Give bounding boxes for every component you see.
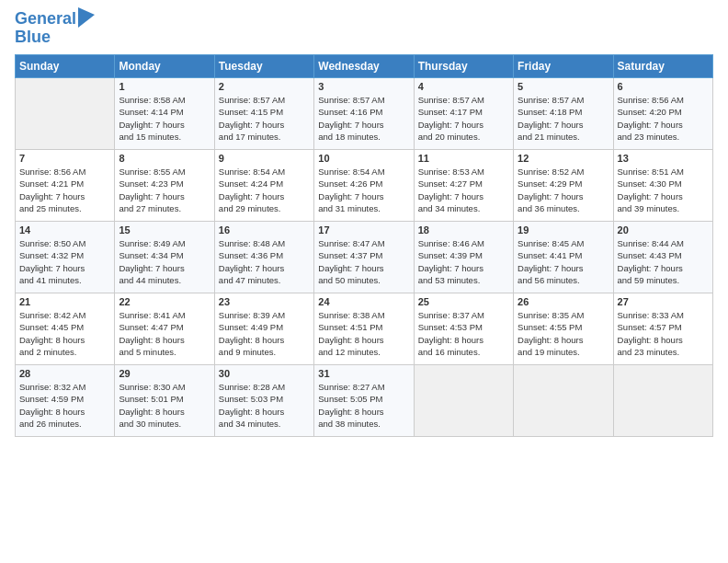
day-info: Sunrise: 8:46 AM Sunset: 4:39 PM Dayligh… <box>418 237 509 286</box>
day-number: 29 <box>119 368 210 379</box>
day-info: Sunrise: 8:44 AM Sunset: 4:43 PM Dayligh… <box>618 237 709 286</box>
day-number: 6 <box>618 81 709 92</box>
day-info: Sunrise: 8:56 AM Sunset: 4:21 PM Dayligh… <box>19 166 110 214</box>
day-info: Sunrise: 8:47 AM Sunset: 4:37 PM Dayligh… <box>318 237 409 286</box>
day-number: 25 <box>418 296 509 307</box>
calendar-cell: 30Sunrise: 8:28 AM Sunset: 5:03 PM Dayli… <box>214 365 313 437</box>
day-number: 14 <box>19 224 110 236</box>
calendar-cell: 19Sunrise: 8:45 AM Sunset: 4:41 PM Dayli… <box>514 222 613 293</box>
weekday-saturday: Saturday <box>613 55 712 78</box>
day-number: 17 <box>318 224 409 236</box>
weekday-friday: Friday <box>514 55 613 78</box>
day-info: Sunrise: 8:48 AM Sunset: 4:36 PM Dayligh… <box>219 237 310 286</box>
calendar-cell: 14Sunrise: 8:50 AM Sunset: 4:32 PM Dayli… <box>16 222 115 293</box>
calendar-cell: 16Sunrise: 8:48 AM Sunset: 4:36 PM Dayli… <box>214 222 313 293</box>
calendar-cell: 5Sunrise: 8:57 AM Sunset: 4:18 PM Daylig… <box>514 78 613 150</box>
week-row-3: 14Sunrise: 8:50 AM Sunset: 4:32 PM Dayli… <box>16 222 713 293</box>
day-info: Sunrise: 8:30 AM Sunset: 5:01 PM Dayligh… <box>119 381 210 430</box>
calendar-cell: 13Sunrise: 8:51 AM Sunset: 4:30 PM Dayli… <box>613 150 712 222</box>
calendar-body: 1Sunrise: 8:58 AM Sunset: 4:14 PM Daylig… <box>16 78 713 437</box>
calendar-cell: 26Sunrise: 8:35 AM Sunset: 4:55 PM Dayli… <box>514 293 613 365</box>
day-info: Sunrise: 8:45 AM Sunset: 4:41 PM Dayligh… <box>518 237 609 286</box>
day-info: Sunrise: 8:57 AM Sunset: 4:18 PM Dayligh… <box>518 94 609 143</box>
calendar-cell: 27Sunrise: 8:33 AM Sunset: 4:57 PM Dayli… <box>613 293 712 365</box>
calendar-cell: 12Sunrise: 8:52 AM Sunset: 4:29 PM Dayli… <box>514 150 613 222</box>
calendar-cell: 31Sunrise: 8:27 AM Sunset: 5:05 PM Dayli… <box>314 365 414 437</box>
calendar-cell: 4Sunrise: 8:57 AM Sunset: 4:17 PM Daylig… <box>414 78 513 150</box>
logo-text: General <box>15 10 76 29</box>
week-row-4: 21Sunrise: 8:42 AM Sunset: 4:45 PM Dayli… <box>16 293 713 365</box>
calendar-cell: 2Sunrise: 8:57 AM Sunset: 4:15 PM Daylig… <box>214 78 313 150</box>
day-number: 16 <box>219 224 310 236</box>
calendar-cell: 21Sunrise: 8:42 AM Sunset: 4:45 PM Dayli… <box>16 293 115 365</box>
day-number: 2 <box>219 81 310 92</box>
calendar-cell: 11Sunrise: 8:53 AM Sunset: 4:27 PM Dayli… <box>414 150 513 222</box>
day-info: Sunrise: 8:57 AM Sunset: 4:17 PM Dayligh… <box>418 94 509 143</box>
day-info: Sunrise: 8:35 AM Sunset: 4:55 PM Dayligh… <box>518 309 609 358</box>
logo-blue: Blue <box>15 28 95 47</box>
weekday-tuesday: Tuesday <box>214 55 313 78</box>
day-info: Sunrise: 8:57 AM Sunset: 4:16 PM Dayligh… <box>318 94 409 143</box>
day-info: Sunrise: 8:54 AM Sunset: 4:24 PM Dayligh… <box>219 166 310 214</box>
calendar-cell: 1Sunrise: 8:58 AM Sunset: 4:14 PM Daylig… <box>115 78 214 150</box>
day-number: 28 <box>19 368 110 379</box>
weekday-sunday: Sunday <box>16 55 115 78</box>
day-number: 22 <box>119 296 210 307</box>
calendar-cell: 29Sunrise: 8:30 AM Sunset: 5:01 PM Dayli… <box>115 365 214 437</box>
calendar-cell: 8Sunrise: 8:55 AM Sunset: 4:23 PM Daylig… <box>115 150 214 222</box>
calendar-cell: 24Sunrise: 8:38 AM Sunset: 4:51 PM Dayli… <box>314 293 414 365</box>
calendar-table: SundayMondayTuesdayWednesdayThursdayFrid… <box>15 54 713 437</box>
weekday-wednesday: Wednesday <box>314 55 414 78</box>
calendar-cell: 18Sunrise: 8:46 AM Sunset: 4:39 PM Dayli… <box>414 222 513 293</box>
day-number: 1 <box>119 81 210 92</box>
calendar-cell: 25Sunrise: 8:37 AM Sunset: 4:53 PM Dayli… <box>414 293 513 365</box>
week-row-2: 7Sunrise: 8:56 AM Sunset: 4:21 PM Daylig… <box>16 150 713 222</box>
day-info: Sunrise: 8:52 AM Sunset: 4:29 PM Dayligh… <box>518 166 609 214</box>
calendar-cell: 10Sunrise: 8:54 AM Sunset: 4:26 PM Dayli… <box>314 150 414 222</box>
main-container: General Blue SundayMondayTuesdayWednesda… <box>0 0 728 446</box>
day-info: Sunrise: 8:32 AM Sunset: 4:59 PM Dayligh… <box>19 381 110 430</box>
day-info: Sunrise: 8:27 AM Sunset: 5:05 PM Dayligh… <box>318 381 409 430</box>
day-number: 7 <box>19 153 110 164</box>
calendar-cell <box>514 365 613 437</box>
day-info: Sunrise: 8:58 AM Sunset: 4:14 PM Dayligh… <box>119 94 210 143</box>
day-number: 20 <box>618 224 709 236</box>
calendar-cell <box>613 365 712 437</box>
day-number: 23 <box>219 296 310 307</box>
calendar-cell: 17Sunrise: 8:47 AM Sunset: 4:37 PM Dayli… <box>314 222 414 293</box>
day-number: 9 <box>219 153 310 164</box>
weekday-thursday: Thursday <box>414 55 513 78</box>
day-info: Sunrise: 8:51 AM Sunset: 4:30 PM Dayligh… <box>618 166 709 214</box>
day-number: 10 <box>318 153 409 164</box>
calendar-cell: 23Sunrise: 8:39 AM Sunset: 4:49 PM Dayli… <box>214 293 313 365</box>
calendar-cell: 28Sunrise: 8:32 AM Sunset: 4:59 PM Dayli… <box>16 365 115 437</box>
day-number: 30 <box>219 368 310 379</box>
weekday-monday: Monday <box>115 55 214 78</box>
day-number: 26 <box>518 296 609 307</box>
calendar-cell <box>414 365 513 437</box>
day-number: 15 <box>119 224 210 236</box>
day-info: Sunrise: 8:38 AM Sunset: 4:51 PM Dayligh… <box>318 309 409 358</box>
day-number: 27 <box>618 296 709 307</box>
day-number: 11 <box>418 153 509 164</box>
header: General Blue <box>15 9 713 47</box>
calendar-cell: 9Sunrise: 8:54 AM Sunset: 4:24 PM Daylig… <box>214 150 313 222</box>
svg-marker-0 <box>78 7 95 28</box>
calendar-cell: 20Sunrise: 8:44 AM Sunset: 4:43 PM Dayli… <box>613 222 712 293</box>
day-info: Sunrise: 8:54 AM Sunset: 4:26 PM Dayligh… <box>318 166 409 214</box>
day-info: Sunrise: 8:42 AM Sunset: 4:45 PM Dayligh… <box>19 309 110 358</box>
day-info: Sunrise: 8:55 AM Sunset: 4:23 PM Dayligh… <box>119 166 210 214</box>
day-info: Sunrise: 8:57 AM Sunset: 4:15 PM Dayligh… <box>219 94 310 143</box>
calendar-cell: 6Sunrise: 8:56 AM Sunset: 4:20 PM Daylig… <box>613 78 712 150</box>
calendar-cell: 7Sunrise: 8:56 AM Sunset: 4:21 PM Daylig… <box>16 150 115 222</box>
day-info: Sunrise: 8:56 AM Sunset: 4:20 PM Dayligh… <box>618 94 709 143</box>
calendar-cell <box>16 78 115 150</box>
day-number: 5 <box>518 81 609 92</box>
day-info: Sunrise: 8:53 AM Sunset: 4:27 PM Dayligh… <box>418 166 509 214</box>
calendar-cell: 15Sunrise: 8:49 AM Sunset: 4:34 PM Dayli… <box>115 222 214 293</box>
day-info: Sunrise: 8:50 AM Sunset: 4:32 PM Dayligh… <box>19 237 110 286</box>
day-info: Sunrise: 8:28 AM Sunset: 5:03 PM Dayligh… <box>219 381 310 430</box>
day-number: 24 <box>318 296 409 307</box>
day-number: 4 <box>418 81 509 92</box>
day-info: Sunrise: 8:39 AM Sunset: 4:49 PM Dayligh… <box>219 309 310 358</box>
